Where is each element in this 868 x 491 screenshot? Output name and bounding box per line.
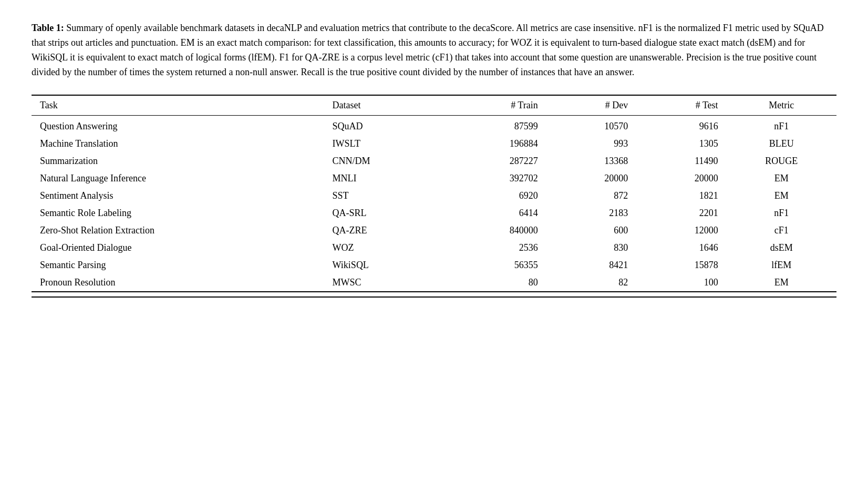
col-header-dev: # Dev — [546, 95, 636, 116]
cell-train: 840000 — [446, 222, 546, 239]
cell-test: 12000 — [636, 222, 726, 239]
footer-rule — [32, 292, 836, 297]
cell-dev: 20000 — [546, 170, 636, 187]
cell-task: Zero-Shot Relation Extraction — [32, 222, 324, 239]
cell-test: 1646 — [636, 239, 726, 257]
cell-task: Natural Language Inference — [32, 170, 324, 187]
table-footer — [32, 292, 836, 297]
cell-dev: 600 — [546, 222, 636, 239]
cell-task: Semantic Parsing — [32, 257, 324, 274]
cell-metric: EM — [727, 170, 836, 187]
cell-dataset: WikiSQL — [324, 257, 446, 274]
cell-metric: EM — [727, 187, 836, 204]
cell-train: 80 — [446, 274, 546, 292]
caption-text: Summary of openly available benchmark da… — [32, 23, 824, 77]
cell-task: Goal-Oriented Dialogue — [32, 239, 324, 257]
cell-task: Pronoun Resolution — [32, 274, 324, 292]
cell-test: 1305 — [636, 135, 726, 152]
cell-task: Semantic Role Labeling — [32, 204, 324, 222]
cell-dataset: MNLI — [324, 170, 446, 187]
cell-metric: lfEM — [727, 257, 836, 274]
table-body: Question AnsweringSQuAD87599105709616nF1… — [32, 115, 836, 292]
col-header-train: # Train — [446, 95, 546, 116]
cell-dataset: CNN/DM — [324, 152, 446, 170]
cell-metric: EM — [727, 274, 836, 292]
cell-train: 392702 — [446, 170, 546, 187]
cell-test: 20000 — [636, 170, 726, 187]
table-row: Zero-Shot Relation ExtractionQA-ZRE84000… — [32, 222, 836, 239]
cell-metric: nF1 — [727, 115, 836, 135]
table-row: Semantic ParsingWikiSQL56355842115878lfE… — [32, 257, 836, 274]
cell-test: 15878 — [636, 257, 726, 274]
col-header-test: # Test — [636, 95, 726, 116]
table-row: SummarizationCNN/DM2872271336811490ROUGE — [32, 152, 836, 170]
cell-train: 87599 — [446, 115, 546, 135]
cell-metric: cF1 — [727, 222, 836, 239]
cell-train: 6414 — [446, 204, 546, 222]
cell-metric: BLEU — [727, 135, 836, 152]
cell-task: Sentiment Analysis — [32, 187, 324, 204]
cell-dataset: QA-SRL — [324, 204, 446, 222]
cell-metric: ROUGE — [727, 152, 836, 170]
table-row: Sentiment AnalysisSST69208721821EM — [32, 187, 836, 204]
header-row: Task Dataset # Train # Dev # Test Metric — [32, 95, 836, 116]
cell-dev: 872 — [546, 187, 636, 204]
table-caption: Table 1: Summary of openly available ben… — [32, 21, 836, 80]
table-row: Question AnsweringSQuAD87599105709616nF1 — [32, 115, 836, 135]
table-row: Semantic Role LabelingQA-SRL641421832201… — [32, 204, 836, 222]
cell-metric: dsEM — [727, 239, 836, 257]
cell-train: 2536 — [446, 239, 546, 257]
cell-train: 6920 — [446, 187, 546, 204]
table-row: Machine TranslationIWSLT1968849931305BLE… — [32, 135, 836, 152]
cell-dataset: MWSC — [324, 274, 446, 292]
col-header-dataset: Dataset — [324, 95, 446, 116]
cell-train: 56355 — [446, 257, 546, 274]
cell-dev: 82 — [546, 274, 636, 292]
cell-dataset: SST — [324, 187, 446, 204]
cell-task: Summarization — [32, 152, 324, 170]
cell-dev: 2183 — [546, 204, 636, 222]
cell-test: 1821 — [636, 187, 726, 204]
cell-test: 9616 — [636, 115, 726, 135]
cell-task: Question Answering — [32, 115, 324, 135]
cell-dataset: QA-ZRE — [324, 222, 446, 239]
cell-dataset: IWSLT — [324, 135, 446, 152]
cell-dev: 830 — [546, 239, 636, 257]
cell-test: 100 — [636, 274, 726, 292]
benchmark-table: Task Dataset # Train # Dev # Test Metric… — [32, 95, 836, 298]
table-row: Natural Language InferenceMNLI3927022000… — [32, 170, 836, 187]
cell-test: 2201 — [636, 204, 726, 222]
cell-dataset: WOZ — [324, 239, 446, 257]
cell-dev: 13368 — [546, 152, 636, 170]
col-header-task: Task — [32, 95, 324, 116]
table-row: Pronoun ResolutionMWSC8082100EM — [32, 274, 836, 292]
caption-label: Table 1: — [32, 23, 64, 33]
cell-test: 11490 — [636, 152, 726, 170]
cell-metric: nF1 — [727, 204, 836, 222]
table-header: Task Dataset # Train # Dev # Test Metric — [32, 95, 836, 116]
cell-dataset: SQuAD — [324, 115, 446, 135]
cell-dev: 10570 — [546, 115, 636, 135]
cell-dev: 8421 — [546, 257, 636, 274]
table-row: Goal-Oriented DialogueWOZ25368301646dsEM — [32, 239, 836, 257]
cell-task: Machine Translation — [32, 135, 324, 152]
cell-train: 196884 — [446, 135, 546, 152]
cell-train: 287227 — [446, 152, 546, 170]
cell-dev: 993 — [546, 135, 636, 152]
col-header-metric: Metric — [727, 95, 836, 116]
